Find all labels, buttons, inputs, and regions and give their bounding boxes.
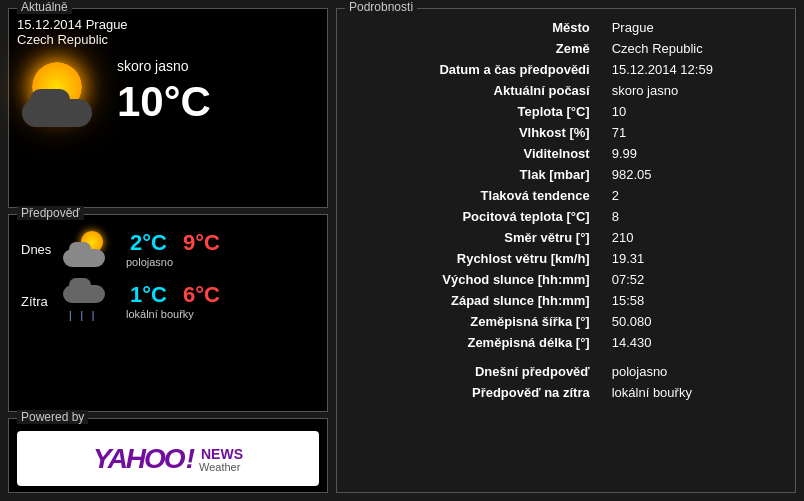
sun-cloud-icon: [17, 57, 107, 127]
detail-value: 71: [596, 122, 783, 143]
detail-key: Rychlost větru [km/h]: [349, 248, 596, 269]
detail-value: polojasno: [596, 361, 783, 382]
detail-row: Zeměpisná délka [°]14.430: [349, 332, 783, 353]
current-temperature: 10°C: [117, 78, 211, 126]
temp-high-zitra: 6°C: [183, 282, 220, 308]
detail-key: Teplota [°C]: [349, 101, 596, 122]
detail-value: 07:52: [596, 269, 783, 290]
detail-value: 15.12.2014 12:59: [596, 59, 783, 80]
aktualne-location: Czech Republic: [17, 32, 319, 47]
mini-cloud: [63, 249, 105, 267]
aktualne-date: 15.12.2014 Prague: [17, 17, 319, 32]
yahoo-wordmark: YAHOO: [93, 443, 184, 475]
detail-row: MěstoPrague: [349, 17, 783, 38]
detail-row: Zeměpisná šířka [°]50.080: [349, 311, 783, 332]
detail-value: 982.05: [596, 164, 783, 185]
detail-row: Předpověď na zítralokální bouřky: [349, 382, 783, 403]
weather-current: skoro jasno 10°C: [17, 57, 319, 127]
partly-cloudy-icon: [61, 229, 116, 269]
yahoo-news-text: NEWS: [201, 447, 243, 461]
detail-row: Rychlost větru [km/h]19.31: [349, 248, 783, 269]
left-panel: Aktuálně 15.12.2014 Prague Czech Republi…: [8, 8, 328, 493]
detail-row: Aktuální počasískoro jasno: [349, 80, 783, 101]
detail-key: Vlhkost [%]: [349, 122, 596, 143]
right-panel: Podrobnosti MěstoPragueZeměCzech Republi…: [336, 8, 796, 493]
temp-high-dnes: 9°C: [183, 230, 220, 256]
detail-row: Dnešní předpověďpolojasno: [349, 361, 783, 382]
detail-key: Dnešní předpověď: [349, 361, 596, 382]
predpoved-label: Předpověď: [17, 206, 84, 220]
detail-key: Datum a čas předpovědi: [349, 59, 596, 80]
powered-label: Powered by: [17, 410, 88, 424]
detail-row: [349, 353, 783, 361]
detail-value: Prague: [596, 17, 783, 38]
details-table: MěstoPragueZeměCzech RepublicDatum a čas…: [349, 17, 783, 403]
detail-key: Zeměpisná délka [°]: [349, 332, 596, 353]
detail-value: Czech Republic: [596, 38, 783, 59]
detail-key: Město: [349, 17, 596, 38]
detail-value: 210: [596, 227, 783, 248]
aktualne-label: Aktuálně: [17, 0, 72, 14]
yahoo-news-col: NEWS Weather: [199, 447, 243, 473]
current-info: skoro jasno 10°C: [117, 58, 211, 126]
right-panel-label: Podrobnosti: [345, 0, 417, 14]
detail-value: 8: [596, 206, 783, 227]
aktualne-section: Aktuálně 15.12.2014 Prague Czech Republi…: [8, 8, 328, 208]
temp-low-dnes: 2°C: [130, 230, 167, 256]
detail-row: Pocitová teplota [°C]8: [349, 206, 783, 227]
detail-key: Směr větru [°]: [349, 227, 596, 248]
cloud-dark: [22, 99, 92, 127]
detail-key: Předpověď na zítra: [349, 382, 596, 403]
yahoo-weather-text: Weather: [199, 461, 243, 473]
detail-value: 14.430: [596, 332, 783, 353]
detail-row: Západ slunce [hh:mm]15:58: [349, 290, 783, 311]
detail-key: Země: [349, 38, 596, 59]
detail-row: Tlaková tendence2: [349, 185, 783, 206]
detail-key: Tlaková tendence: [349, 185, 596, 206]
forecast-row-zitra: Zítra | | | 1°C 6°C lokální bouřky: [17, 275, 319, 327]
detail-key: Aktuální počasí: [349, 80, 596, 101]
detail-row: Vlhkost [%]71: [349, 122, 783, 143]
forecast-text-zitra: 1°C 6°C lokální bouřky: [122, 282, 220, 320]
detail-row: Tlak [mbar]982.05: [349, 164, 783, 185]
forecast-condition-zitra: lokální bouřky: [126, 308, 220, 320]
detail-key: Východ slunce [hh:mm]: [349, 269, 596, 290]
detail-value: skoro jasno: [596, 80, 783, 101]
yahoo-exclaim-icon: !: [186, 443, 195, 475]
rain-cloud-icon: | | |: [61, 281, 116, 321]
forecast-day-1: Zítra: [21, 294, 61, 309]
detail-value: 9.99: [596, 143, 783, 164]
rain-cloud-body: [63, 285, 105, 303]
detail-value: 10: [596, 101, 783, 122]
detail-row: Východ slunce [hh:mm]07:52: [349, 269, 783, 290]
predpoved-section: Předpověď Dnes 2°C 9°C polojasno: [8, 214, 328, 412]
detail-value: 50.080: [596, 311, 783, 332]
detail-row: Teplota [°C]10: [349, 101, 783, 122]
forecast-condition-dnes: polojasno: [126, 256, 220, 268]
detail-value: 2: [596, 185, 783, 206]
forecast-text-dnes: 2°C 9°C polojasno: [122, 230, 220, 268]
powered-section: Powered by YAHOO ! NEWS Weather: [8, 418, 328, 493]
detail-row: ZeměCzech Republic: [349, 38, 783, 59]
forecast-day-0: Dnes: [21, 242, 61, 257]
forecast-temps-zitra: 1°C 6°C: [130, 282, 220, 308]
detail-value: 15:58: [596, 290, 783, 311]
forecast-row-dnes: Dnes 2°C 9°C polojasno: [17, 223, 319, 275]
detail-key: Pocitová teplota [°C]: [349, 206, 596, 227]
detail-key: Tlak [mbar]: [349, 164, 596, 185]
detail-row: Datum a čas předpovědi15.12.2014 12:59: [349, 59, 783, 80]
yahoo-logo: YAHOO ! NEWS Weather: [93, 443, 243, 475]
detail-value: 19.31: [596, 248, 783, 269]
rain-drops: | | |: [69, 310, 97, 321]
temp-low-zitra: 1°C: [130, 282, 167, 308]
main-container: Aktuálně 15.12.2014 Prague Czech Republi…: [0, 0, 804, 501]
detail-key: Zeměpisná šířka [°]: [349, 311, 596, 332]
detail-key: Viditelnost: [349, 143, 596, 164]
forecast-temps-dnes: 2°C 9°C: [130, 230, 220, 256]
detail-key: Západ slunce [hh:mm]: [349, 290, 596, 311]
detail-row: Viditelnost9.99: [349, 143, 783, 164]
yahoo-logo-area: YAHOO ! NEWS Weather: [17, 431, 319, 486]
detail-value: lokální bouřky: [596, 382, 783, 403]
detail-row: Směr větru [°]210: [349, 227, 783, 248]
current-condition: skoro jasno: [117, 58, 211, 74]
